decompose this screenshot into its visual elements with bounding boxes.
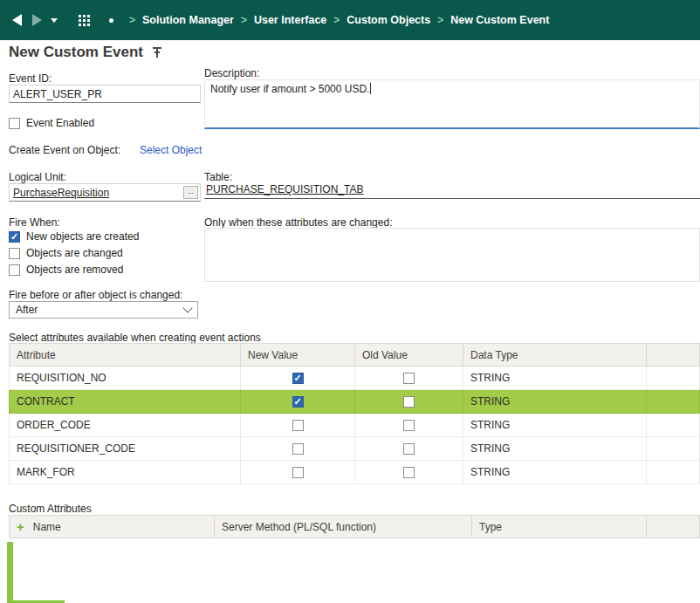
header-old-value[interactable]: Old Value: [355, 344, 463, 366]
empty-cell: [647, 367, 699, 389]
old-value-cell: [355, 414, 463, 436]
old-value-cell: [355, 390, 463, 413]
new-value-checkbox[interactable]: [292, 467, 304, 478]
top-navigation-bar: > Solution Manager > User Interface > Cu…: [0, 0, 700, 40]
removed-checkbox[interactable]: [9, 264, 20, 276]
event-id-input[interactable]: [9, 85, 201, 103]
table-row[interactable]: REQUISITIONER_CODE STRING: [9, 437, 700, 461]
changed-checkbox[interactable]: [9, 248, 20, 259]
event-id-label: Event ID:: [9, 72, 51, 85]
logical-unit-label: Logical Unit:: [9, 171, 66, 183]
data-type-cell: STRING: [463, 367, 647, 389]
new-value-cell: [241, 461, 355, 483]
breadcrumb-chevron-icon: >: [129, 14, 135, 26]
history-dropdown-caret-icon[interactable]: [51, 18, 58, 23]
pin-icon[interactable]: [152, 46, 162, 59]
app-grid-icon[interactable]: [79, 15, 90, 26]
select-object-link[interactable]: Select Object: [140, 144, 202, 156]
old-value-checkbox[interactable]: [403, 467, 415, 478]
fire-before-after-select[interactable]: After: [9, 301, 198, 319]
breadcrumb-custom-objects[interactable]: Custom Objects: [347, 14, 430, 26]
old-value-cell: [355, 437, 463, 460]
new-value-cell: [241, 390, 355, 413]
new-value-checkbox[interactable]: [292, 443, 304, 455]
attributes-table-header: Attribute New Value Old Value Data Type: [9, 343, 700, 367]
browse-ellipsis-button[interactable]: ...: [183, 186, 198, 199]
forward-arrow-icon[interactable]: [32, 14, 42, 26]
header-type: Type: [472, 516, 647, 538]
dot-separator-icon: [109, 18, 113, 23]
data-type-cell: STRING: [463, 414, 647, 436]
empty-cell: [647, 390, 699, 413]
event-enabled-checkbox[interactable]: [9, 118, 20, 129]
fire-when-option-removed: Objects are removed: [9, 264, 123, 276]
attribute-name-cell: ORDER_CODE: [10, 414, 241, 436]
table-row[interactable]: ORDER_CODE STRING: [9, 414, 700, 437]
fire-when-option-created: New objects are created: [9, 230, 139, 243]
fire-before-after-value: After: [16, 304, 38, 316]
header-server-method: Server Method (PL/SQL function): [215, 516, 472, 538]
empty-cell: [647, 437, 699, 460]
breadcrumb-chevron-icon: >: [333, 14, 340, 26]
attribute-name-cell: REQUISITION_NO: [10, 367, 241, 389]
old-value-checkbox[interactable]: [403, 396, 415, 408]
description-label: Description:: [204, 67, 259, 79]
add-icon[interactable]: +: [17, 520, 24, 533]
breadcrumb-user-interface[interactable]: User Interface: [254, 14, 326, 26]
header-data-type[interactable]: Data Type: [463, 344, 647, 366]
description-input[interactable]: Notify user if amount > 5000 USD.: [204, 79, 700, 129]
new-value-cell: [241, 437, 355, 460]
new-value-cell: [241, 414, 355, 436]
breadcrumb: > Solution Manager > User Interface > Cu…: [122, 14, 549, 26]
data-type-cell: STRING: [463, 461, 647, 483]
data-type-cell: STRING: [463, 390, 647, 413]
logical-unit-field[interactable]: PurchaseRequisition ...: [9, 183, 201, 202]
old-value-cell: [355, 367, 463, 389]
header-name: + Name: [10, 516, 215, 538]
page-header: New Custom Event: [9, 44, 162, 61]
header-attribute[interactable]: Attribute: [10, 344, 241, 366]
breadcrumb-chevron-icon: >: [437, 14, 443, 26]
only-when-attributes-input[interactable]: [204, 228, 700, 282]
event-enabled-label: Event Enabled: [26, 117, 94, 129]
old-value-checkbox[interactable]: [403, 420, 415, 431]
breadcrumb-new-custom-event[interactable]: New Custom Event: [450, 14, 549, 26]
header-empty: [647, 516, 699, 538]
new-value-checkbox[interactable]: [292, 420, 304, 431]
attribute-name-cell: MARK_FOR: [10, 461, 241, 483]
header-new-value[interactable]: New Value: [241, 344, 355, 366]
custom-attributes-title: Custom Attributes: [9, 503, 92, 515]
header-name-label: Name: [33, 521, 61, 533]
back-arrow-icon[interactable]: [12, 14, 22, 26]
table-field[interactable]: PURCHASE_REQUISITION_TAB: [204, 179, 700, 199]
fire-when-option-changed: Objects are changed: [9, 247, 123, 259]
empty-cell: [647, 461, 699, 483]
breadcrumb-solution-manager[interactable]: Solution Manager: [142, 14, 234, 26]
old-value-cell: [355, 461, 463, 483]
breadcrumb-chevron-icon: >: [241, 14, 247, 26]
attributes-section-title: Select attributes available when creatin…: [9, 332, 261, 344]
app-window: > Solution Manager > User Interface > Cu…: [0, 0, 700, 603]
new-value-cell: [241, 367, 355, 389]
data-type-cell: STRING: [463, 437, 647, 460]
table-value[interactable]: PURCHASE_REQUISITION_TAB: [206, 183, 363, 195]
removed-label: Objects are removed: [26, 264, 123, 276]
new-row-indicator-bar: [7, 542, 13, 603]
event-enabled-row: Event Enabled: [9, 117, 94, 129]
old-value-checkbox[interactable]: [403, 373, 415, 384]
only-when-label: Only when these attributes are changed:: [204, 216, 392, 229]
table-row[interactable]: CONTRACT STRING: [9, 390, 700, 414]
table-row[interactable]: REQUISITION_NO STRING: [9, 367, 700, 390]
table-row[interactable]: MARK_FOR STRING: [9, 461, 700, 484]
created-checkbox[interactable]: [9, 231, 20, 243]
logical-unit-value[interactable]: PurchaseRequisition: [13, 187, 109, 199]
new-value-checkbox[interactable]: [292, 396, 304, 408]
create-event-on-object-label: Create Event on Object:: [9, 144, 120, 156]
new-value-checkbox[interactable]: [292, 373, 304, 384]
description-value: Notify user if amount > 5000 USD.: [210, 83, 369, 95]
custom-attributes-header: + Name Server Method (PL/SQL function) T…: [9, 515, 700, 538]
old-value-checkbox[interactable]: [403, 443, 415, 455]
fire-before-after-label: Fire before or after object is changed:: [9, 289, 182, 301]
changed-label: Objects are changed: [26, 247, 123, 259]
custom-attributes-grid-area[interactable]: [9, 538, 700, 603]
